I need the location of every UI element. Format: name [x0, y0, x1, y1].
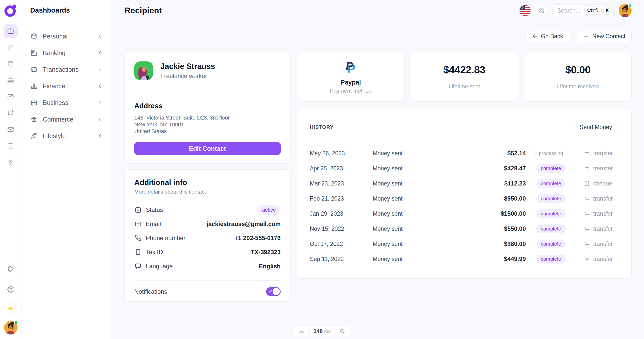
sidebar-item-commerce[interactable]: Commerce: [30, 111, 103, 128]
table-row[interactable]: May 26, 2023 Money sent $52.14 processin…: [310, 146, 619, 161]
webcam-icon: [7, 158, 14, 166]
apps-grid-button[interactable]: [536, 5, 547, 16]
phone-icon: [134, 234, 142, 242]
go-back-button[interactable]: Go Back: [526, 30, 569, 42]
app-logo: [4, 4, 17, 17]
kbd-k: K: [603, 6, 612, 15]
transaction-date: May 26, 2023: [310, 150, 373, 157]
topbar: Recipient Ctrl K: [124, 0, 632, 21]
transfer-icon: [584, 256, 590, 262]
table-row[interactable]: Sep 11, 2022 Money sent $449.99 complete…: [310, 251, 619, 267]
chevron-left-icon: [97, 50, 103, 56]
icon-rail: [0, 0, 21, 339]
main-content: Recipient Ctrl K: [111, 0, 644, 339]
rail-item-webcam[interactable]: [4, 155, 18, 169]
sidebar-item-personal[interactable]: Personal: [30, 28, 103, 45]
user-avatar[interactable]: [619, 4, 632, 17]
sidebar-item-lifestyle[interactable]: Lifestyle: [30, 128, 103, 144]
status-badge: complete: [536, 224, 565, 233]
table-row[interactable]: Apr 25, 2023 Money sent $428.47 complete…: [310, 161, 619, 176]
us-flag-icon: [519, 5, 531, 16]
new-contact-button[interactable]: New Contact: [577, 30, 632, 42]
address-line: New York, NY 10001: [134, 121, 281, 128]
paypal-logo-icon: P P: [343, 60, 358, 75]
edit-contact-button[interactable]: Edit Contact: [134, 142, 281, 155]
party-popper-icon: [30, 132, 38, 140]
status-badge: complete: [536, 179, 565, 188]
payment-method-card: P P Paypal Payment method: [297, 52, 405, 101]
status-badge: complete: [536, 194, 565, 203]
payment-method-name: Paypal: [341, 79, 361, 86]
gear-icon: [7, 285, 15, 293]
chevron-left-icon: [97, 117, 103, 122]
rail-item-apps[interactable]: [4, 41, 18, 55]
transaction-method: transfer: [593, 195, 613, 202]
cube-icon: [30, 32, 38, 40]
rail-item-business[interactable]: [4, 73, 18, 87]
lifetime-received-value: $0.00: [565, 64, 590, 76]
transaction-description: Money sent: [373, 195, 486, 202]
info-row-email: Email jackiestrauss@gmail.com: [134, 217, 281, 231]
transaction-date: Mar 23, 2023: [310, 180, 373, 187]
chevron-left-icon: [97, 33, 103, 39]
sidebar-title: Dashboards: [30, 7, 103, 14]
transaction-date: Jan 29, 2023: [310, 210, 373, 217]
notifications-toggle[interactable]: [266, 287, 281, 296]
rail-item-calendar[interactable]: [4, 139, 18, 153]
sidebar-item-transactions[interactable]: Transactions: [30, 61, 103, 78]
info-label: Language: [146, 263, 173, 270]
rail-item-design[interactable]: [4, 262, 18, 276]
transaction-amount: $1500.00: [486, 210, 526, 217]
contact-name: Jackie Strauss: [160, 62, 215, 71]
swatch-icon: [7, 265, 15, 273]
transaction-description: Money sent: [373, 241, 486, 247]
basket-icon: [30, 116, 38, 123]
transaction-method: transfer: [593, 210, 613, 217]
rail-item-settings[interactable]: [4, 282, 18, 296]
table-row[interactable]: Mar 23, 2023 Money sent $112.23 complete…: [310, 176, 619, 191]
transaction-date: Nov 15, 2022: [310, 225, 373, 232]
performance-widget: 148ms: [293, 326, 351, 336]
sidebar-item-label: Commerce: [43, 116, 92, 123]
rail-item-mail[interactable]: [4, 122, 18, 136]
sidebar-item-business[interactable]: Business: [30, 94, 103, 111]
sidebar-item-banking[interactable]: Banking: [30, 45, 103, 61]
chat-bubble-icon: [7, 109, 14, 117]
language-flag-button[interactable]: [519, 5, 531, 16]
info-value: English: [259, 263, 281, 270]
mail-icon: [7, 126, 14, 133]
divider: [335, 329, 335, 334]
transaction-description: Money sent: [373, 165, 486, 172]
divider: [134, 92, 281, 92]
rail-item-wallet[interactable]: [4, 57, 18, 71]
table-row[interactable]: Feb 21, 2023 Money sent $950.00 complete…: [310, 191, 619, 206]
divider: [134, 280, 281, 281]
transaction-description: Money sent: [373, 150, 486, 157]
contact-card: Jackie Strauss Freelance worker Address …: [124, 52, 290, 164]
transfer-icon: [584, 165, 590, 172]
theme-toggle-button[interactable]: [5, 302, 17, 315]
calendar-icon: [7, 142, 14, 149]
info-label: Status: [146, 206, 163, 213]
send-money-button[interactable]: Send Money: [573, 121, 619, 133]
briefcase-icon: [30, 99, 38, 106]
check-icon: [268, 289, 273, 294]
table-row[interactable]: Jan 29, 2023 Money sent $1500.00 complet…: [310, 206, 619, 221]
table-row[interactable]: Nov 15, 2022 Money sent $550.00 complete…: [310, 221, 619, 236]
latency-readout: 148ms: [313, 328, 330, 334]
rail-item-chat[interactable]: [4, 106, 18, 120]
info-value: jackiestrauss@gmail.com: [207, 220, 281, 228]
user-avatar[interactable]: [4, 321, 18, 334]
sidebar-item-finance[interactable]: Finance: [30, 78, 103, 94]
envelope-icon: [134, 220, 142, 228]
crosshair-button[interactable]: [339, 328, 346, 334]
contact-avatar: [134, 61, 153, 80]
transaction-amount: $380.00: [486, 240, 526, 247]
sidebar-item-label: Banking: [43, 49, 92, 57]
rail-item-analytics[interactable]: [4, 90, 18, 104]
table-row[interactable]: Oct 17, 2022 Money sent $380.00 complete…: [310, 236, 619, 251]
lifetime-sent-value: $4422.83: [443, 64, 485, 76]
chevron-left-icon: [97, 133, 103, 139]
rail-item-dashboard[interactable]: [4, 24, 18, 38]
transaction-method: transfer: [593, 165, 613, 172]
